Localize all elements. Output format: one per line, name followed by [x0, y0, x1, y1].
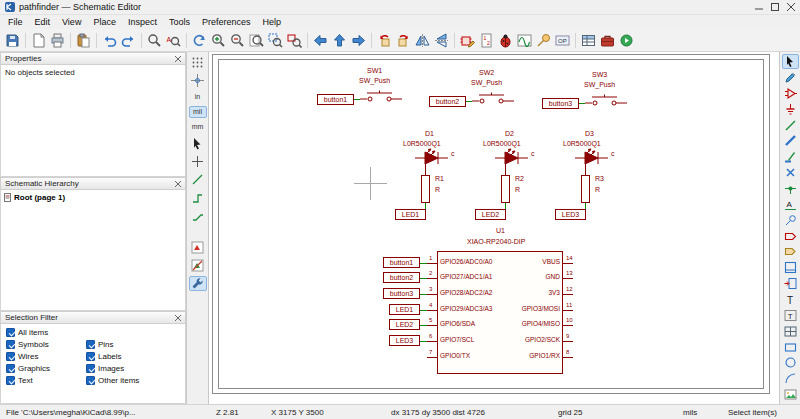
close-icon[interactable] [175, 56, 181, 62]
net-label[interactable]: LED1 [395, 209, 426, 220]
close-icon[interactable] [175, 181, 181, 187]
net-label[interactable]: LED3 [555, 209, 586, 220]
erc-icon[interactable] [496, 31, 515, 50]
zoom-in-icon[interactable] [209, 31, 228, 50]
erc-markers-icon[interactable] [189, 240, 207, 255]
wire[interactable] [420, 294, 427, 295]
probe-icon[interactable] [534, 31, 553, 50]
mirror-horizontal-icon[interactable] [413, 31, 432, 50]
filter-other-items[interactable]: Other items [86, 376, 180, 385]
filter-wires[interactable]: Wires [6, 352, 86, 361]
import-sheet-pin-icon[interactable] [782, 276, 799, 291]
wire[interactable] [420, 341, 427, 342]
menu-preferences[interactable]: Preferences [196, 17, 257, 27]
add-circle-icon[interactable] [782, 355, 799, 370]
net-label[interactable]: LED2 [389, 319, 420, 330]
unit-mm-button[interactable]: mm [189, 121, 207, 133]
crosshair-icon[interactable] [189, 154, 207, 169]
add-image-icon[interactable] [782, 387, 799, 402]
no-connect-icon[interactable] [782, 165, 799, 180]
select-tool-icon[interactable] [782, 54, 799, 69]
hierarchical-label-icon[interactable] [782, 244, 799, 259]
add-table-icon[interactable] [782, 324, 799, 339]
menu-edit[interactable]: Edit [29, 17, 57, 27]
checkbox-icon[interactable] [6, 364, 15, 373]
cursor-shape-icon[interactable] [189, 136, 207, 151]
menu-file[interactable]: File [2, 17, 29, 27]
menu-place[interactable]: Place [87, 17, 122, 27]
wire-to-bus-entry-icon[interactable] [782, 149, 799, 164]
menu-inspect[interactable]: Inspect [122, 17, 163, 27]
annotate-icon[interactable]: 12 [477, 31, 496, 50]
switch-symbol[interactable]: SW2 SW_Push button2 [429, 69, 524, 111]
net-label[interactable]: button2 [383, 272, 420, 283]
hierarchy-root-item[interactable]: Root (page 1) [4, 193, 182, 202]
wire[interactable] [420, 278, 427, 279]
zoom-objects-icon[interactable] [285, 31, 304, 50]
line-mode-45-icon[interactable] [189, 208, 207, 223]
checkbox-icon[interactable] [86, 376, 95, 385]
resistor-symbol[interactable] [581, 175, 590, 203]
rotate-cw-icon[interactable] [394, 31, 413, 50]
filter-images[interactable]: Images [86, 364, 180, 373]
filter-pins[interactable]: Pins [86, 340, 180, 349]
maximize-button[interactable] [771, 3, 779, 11]
switch-symbol[interactable]: SW3 SW_Push button3 [542, 71, 637, 113]
net-label[interactable]: LED1 [389, 304, 420, 315]
symbol-fields-table-icon[interactable] [579, 31, 598, 50]
mirror-vertical-icon[interactable] [432, 31, 451, 50]
menu-tools[interactable]: Tools [163, 17, 196, 27]
wire[interactable] [420, 263, 427, 264]
unit-inches-button[interactable]: in [189, 91, 207, 103]
net-label-icon[interactable]: A [782, 197, 799, 212]
checkbox-icon[interactable] [86, 352, 95, 361]
find-replace-icon[interactable]: A [164, 31, 183, 50]
add-arc-icon[interactable] [782, 371, 799, 386]
print-icon[interactable] [48, 31, 67, 50]
checkbox-icon[interactable] [6, 352, 15, 361]
highlight-net-icon[interactable] [782, 70, 799, 85]
wire[interactable] [420, 310, 427, 311]
paste-icon[interactable] [74, 31, 93, 50]
add-symbol-icon[interactable] [782, 86, 799, 101]
erc-exclusions-icon[interactable] [189, 258, 207, 273]
simulator-icon[interactable] [515, 31, 534, 50]
net-label[interactable]: LED3 [389, 335, 420, 346]
add-wire-icon[interactable] [782, 118, 799, 133]
net-label[interactable]: LED2 [475, 209, 506, 220]
junction-icon[interactable] [782, 181, 799, 196]
properties-panel-toggle-icon[interactable] [189, 276, 207, 291]
net-label[interactable]: button1 [383, 257, 420, 268]
grid-axes-icon[interactable] [189, 73, 207, 88]
wire[interactable] [420, 325, 427, 326]
page-settings-icon[interactable] [29, 31, 48, 50]
global-label-icon[interactable] [782, 229, 799, 244]
close-button[interactable] [787, 3, 795, 11]
checkbox-icon[interactable] [86, 364, 95, 373]
nav-forward-icon[interactable] [349, 31, 368, 50]
plugins-icon[interactable] [617, 31, 636, 50]
filter-labels[interactable]: Labels [86, 352, 180, 361]
grid-visibility-icon[interactable] [189, 55, 207, 70]
add-rectangle-icon[interactable] [782, 340, 799, 355]
add-text-icon[interactable]: T [782, 292, 799, 307]
checkbox-icon[interactable] [6, 376, 15, 385]
nav-back-icon[interactable] [311, 31, 330, 50]
directive-label-icon[interactable] [782, 213, 799, 228]
close-icon[interactable] [175, 315, 181, 321]
led-circuit[interactable]: D2 L0R5000Q1 c R2 R LED2 [475, 130, 555, 225]
line-mode-free-icon[interactable] [189, 172, 207, 187]
led-circuit[interactable]: D1 L0R5000Q1 c R1 R LED1 [395, 130, 475, 225]
filter-graphics[interactable]: Graphics [6, 364, 86, 373]
net-label[interactable]: button1 [317, 94, 354, 105]
filter-all-items[interactable]: All items [6, 328, 86, 337]
save-icon[interactable] [3, 31, 22, 50]
checkbox-icon[interactable] [6, 328, 15, 337]
unit-mils-button[interactable]: mil [189, 106, 207, 118]
minimize-button[interactable] [755, 3, 763, 11]
toolbox-icon[interactable] [598, 31, 617, 50]
net-label[interactable]: button3 [542, 98, 579, 109]
refresh-icon[interactable] [190, 31, 209, 50]
resistor-symbol[interactable] [501, 175, 510, 203]
undo-icon[interactable] [100, 31, 119, 50]
